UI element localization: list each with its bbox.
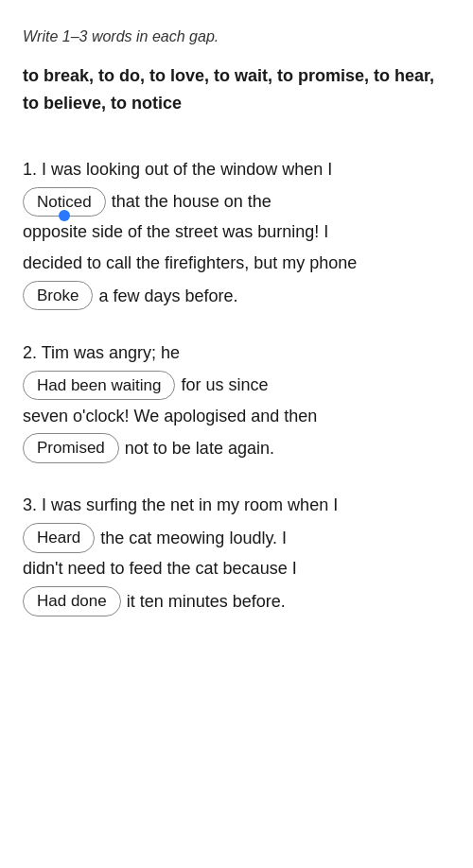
exercise-2-text-0: 2. Tim was angry; he	[23, 339, 450, 368]
answer-box-2-0[interactable]: Promised	[23, 433, 119, 463]
word-bank: to break, to do, to love, to wait, to pr…	[23, 62, 450, 117]
exercise-3-inline-3: Had doneit ten minutes before.	[23, 585, 286, 617]
exercise-1-text-3: decided to call the firefighters, but my…	[23, 249, 450, 278]
inline-text-3-3-1: it ten minutes before.	[127, 585, 286, 617]
answer-box-3-0[interactable]: Heard	[23, 523, 95, 553]
inline-text-2-3-1: not to be late again.	[125, 432, 274, 464]
exercise-2-inline-1: Had been waitingfor us since	[23, 369, 268, 401]
inline-text-3-1-1: the cat meowing loudly. I	[100, 522, 287, 554]
answer-box-3-0[interactable]: Had done	[23, 586, 121, 616]
exercise-1-inline-4: Brokea few days before.	[23, 280, 238, 312]
exercise-3-text-2: didn't need to feed the cat because I	[23, 554, 450, 583]
answer-box-1-0[interactable]: Noticed	[23, 187, 106, 217]
exercise-1-text-2: opposite side of the street was burning!…	[23, 217, 450, 247]
answer-box-2-0[interactable]: Had been waiting	[23, 371, 175, 401]
inline-text-1-4-1: a few days before.	[98, 280, 237, 312]
answer-box-1-0[interactable]: Broke	[23, 281, 93, 311]
exercise-2-inline-3: Promisednot to be late again.	[23, 432, 274, 464]
exercise-1: 1. I was looking out of the window when …	[23, 155, 450, 312]
exercise-3: 3. I was surfing the net in my room when…	[23, 491, 450, 617]
exercise-2: 2. Tim was angry; heHad been waitingfor …	[23, 339, 450, 465]
inline-text-2-1-1: for us since	[181, 369, 268, 401]
exercise-1-text-0: 1. I was looking out of the window when …	[23, 155, 450, 184]
inline-text-1-1-1: that the house on the	[112, 185, 272, 217]
exercises-container: 1. I was looking out of the window when …	[23, 155, 450, 644]
exercise-2-text-2: seven o'clock! We apologised and then	[23, 402, 450, 431]
instruction-text: Write 1–3 words in each gap.	[23, 28, 450, 45]
exercise-3-inline-1: Heardthe cat meowing loudly. I	[23, 522, 287, 554]
exercise-3-text-0: 3. I was surfing the net in my room when…	[23, 491, 450, 520]
exercise-1-inline-1: Noticedthat the house on the	[23, 185, 272, 217]
